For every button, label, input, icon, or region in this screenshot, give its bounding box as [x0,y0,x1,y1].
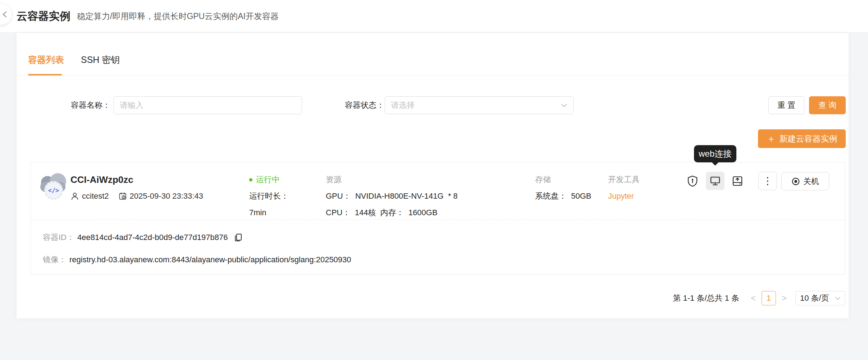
image-value: registry.hd-03.alayanew.com:8443/alayane… [69,255,351,264]
more-icon: ⋮ [763,176,773,186]
web-connect-tooltip: web连接 [694,145,736,162]
page-header: 云容器实例 稳定算力/即用即释，提供长时GPU云实例的AI开发容器 [0,0,868,33]
instance-avatar: </> [40,172,68,201]
cloud-container-instance-page: 云容器实例 稳定算力/即用即释，提供长时GPU云实例的AI开发容器 容器列表 S… [0,0,868,360]
instance-row: </> CCI-AiWzp0zc ccitest2 2025-09-30 23:… [31,162,845,275]
resource-column: 资源 GPU： NVIDIA-H800E-NV-141G * 8 CPU： 14… [326,173,458,223]
tab-container-list[interactable]: 容器列表 [28,54,64,66]
page-subtitle: 稳定算力/即用即释，提供长时GPU云实例的AI开发容器 [77,11,279,22]
container-status-label: 容器状态： [345,96,384,114]
cpu-spec: CPU： 144核 内存： 1600GB [326,206,458,219]
shutdown-icon [791,177,800,186]
user-icon [70,192,79,200]
shutdown-label: 关机 [803,176,819,187]
more-actions-button[interactable]: ⋮ [758,172,777,190]
search-button[interactable]: 查 询 [809,96,846,114]
status-dot-icon [249,178,252,181]
chevron-down-icon [561,103,567,107]
shutdown-button[interactable]: 关机 [781,172,829,190]
devtool-column: 开发工具 Jupyter [608,173,640,206]
container-id-label: 容器ID： [43,232,74,243]
copy-icon[interactable] [233,233,243,242]
calendar-clock-icon [118,192,127,200]
storage-column: 存储 系统盘： 50GB [535,173,591,206]
instance-name-column: CCI-AiWzp0zc ccitest2 2025-09-30 23:33:4… [70,173,203,203]
gear-code-icon: </> [44,181,63,200]
pagination-total: 第 1-1 条/总共 1 条 [673,293,739,304]
status-select-placeholder: 请选择 [391,100,415,111]
web-connect-tooltip-text: web连接 [699,148,732,160]
reset-button[interactable]: 重 置 [768,96,804,114]
page-size-select[interactable]: 10 条/页 [795,291,845,305]
storage-value: 系统盘： 50GB [535,190,591,203]
container-id-line: 容器ID： 4ee814cd-4ad7-4c2d-b0d9-de77d197b8… [43,229,243,246]
image-line: 镜像： registry.hd-03.alayanew.com:8443/ala… [43,251,351,269]
chevron-down-icon [835,296,841,300]
resource-label: 资源 [326,173,458,186]
status-text: 运行中 [256,175,280,184]
gpu-spec: GPU： NVIDIA-H800E-NV-141G * 8 [326,190,458,203]
container-status-select[interactable]: 请选择 [385,96,574,114]
row-divider [31,220,845,220]
tab-ssh-keys[interactable]: SSH 密钥 [81,54,120,66]
page-title: 云容器实例 [17,9,70,24]
security-shield-icon[interactable] [686,175,699,187]
instance-created-at: 2025-09-30 23:33:43 [130,191,203,201]
container-id-value: 4ee814cd-4ad7-4c2d-b0d9-de77d197b876 [77,233,228,242]
instance-owner: ccitest2 [82,191,109,201]
status-column: 运行中 运行时长： 7min [249,173,289,223]
container-name-input[interactable] [114,96,302,114]
tab-bar: 容器列表 SSH 密钥 [17,33,849,76]
status-line: 运行中 [249,173,289,186]
runtime-value: 7min [249,206,289,219]
next-page-icon[interactable]: > [778,293,790,303]
back-button[interactable] [0,4,12,25]
jupyter-link[interactable]: Jupyter [608,190,640,203]
page-number-1[interactable]: 1 [762,291,776,305]
save-image-icon[interactable] [731,175,744,187]
prev-page-icon[interactable]: < [747,293,759,303]
back-chevron-icon [1,10,9,18]
active-tab-underline [28,74,62,75]
image-label: 镜像： [43,254,67,265]
page-size-value: 10 条/页 [800,293,829,304]
container-name-label: 容器名称： [71,96,110,114]
plus-icon: ＋ [767,134,776,143]
devtool-label: 开发工具 [608,173,640,186]
web-connect-monitor-icon[interactable] [706,172,725,190]
create-instance-button[interactable]: ＋ 新建云容器实例 [758,129,846,148]
instance-meta: ccitest2 2025-09-30 23:33:43 [70,190,203,203]
create-instance-label: 新建云容器实例 [780,133,837,144]
storage-label: 存储 [535,173,591,186]
main-panel: 容器列表 SSH 密钥 容器名称： 容器状态： 请选择 重 置 查 询 ＋ 新建… [17,33,849,318]
pagination: 第 1-1 条/总共 1 条 < 1 > 10 条/页 [673,290,845,306]
runtime-label: 运行时长： [249,190,289,203]
instance-name: CCI-AiWzp0zc [70,173,203,186]
